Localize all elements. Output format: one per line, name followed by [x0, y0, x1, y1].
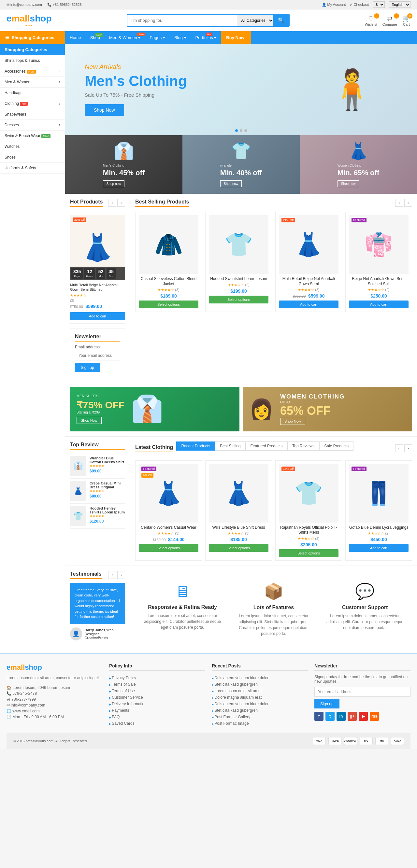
select-options-btn[interactable]: Select options [139, 301, 199, 308]
social-icon-f[interactable]: f [315, 712, 324, 721]
best-selling-prev[interactable]: ‹ [395, 199, 403, 207]
payment-icons: VISAPayPalDISCOVERMCMCAMEX [313, 737, 404, 745]
sidebar-item-accessories[interactable]: Accessories New› [0, 66, 65, 77]
nav-pages[interactable]: Pages ▾ [145, 31, 170, 44]
footer-policy-item[interactable]: Saved Cards [109, 720, 205, 727]
best-selling-header: Best Selling Products ‹ › [135, 199, 412, 207]
sidebar-item-handbags[interactable]: Handbags [0, 88, 65, 98]
nav-shop[interactable]: Shop New [86, 31, 105, 44]
footer-post-item[interactable]: Stet clita kasd gubergren [212, 681, 308, 688]
footer-post-item[interactable]: Lorem ipsum dolor sit amet [212, 688, 308, 694]
sidebar-item-watches[interactable]: Watches [0, 141, 65, 152]
footer-post-item[interactable]: Post Format: Gallery [212, 714, 308, 720]
nav-portfolios[interactable]: Portfolios ▾ Hot [191, 31, 221, 44]
footer-post-item[interactable]: Dolore magna aliquam erat [212, 694, 308, 701]
category-select[interactable]: All Categories [237, 15, 273, 26]
checkout-link[interactable]: ✔ Checkout [350, 3, 369, 7]
footer-post-item[interactable]: Duis autem vel eum iriure dolor [212, 701, 308, 707]
footer-post-item[interactable]: Duis autem vel eum iriure dolor [212, 675, 308, 681]
hero-cta-button[interactable]: Shop Now [85, 104, 124, 116]
product-pricing: $185.00 [209, 537, 268, 542]
select-options-btn[interactable]: Select options [279, 549, 338, 557]
currency-select[interactable]: $ [373, 1, 385, 8]
logo[interactable]: emallshop ~~~ [6, 13, 52, 27]
footer-post-item[interactable]: Post Format: Image [212, 720, 308, 727]
tab-best-selling[interactable]: Best Selling [215, 441, 245, 451]
sidebar-item-swim[interactable]: Swim & Beach Wear Sale [0, 130, 65, 141]
social-icon-gplus[interactable]: g+ [348, 712, 357, 721]
footer-about-text: Lorem ipsum dolor sit amet, consectetur … [6, 675, 102, 720]
nav-blog[interactable]: Blog ▾ [170, 31, 191, 44]
tab-featured-products[interactable]: Featured Products [246, 441, 288, 451]
select-options-btn[interactable]: Select options [139, 544, 199, 552]
footer-policy-item[interactable]: FAQ [109, 714, 205, 720]
add-to-cart-btn[interactable]: Add to cart [349, 544, 409, 552]
hot-products-prev[interactable]: ‹ [108, 199, 116, 207]
hero-dot-1[interactable] [235, 129, 238, 132]
feature-item: 🖥 Responsive & Retina Ready Lorem ipsum … [137, 576, 228, 643]
tab-recent-products[interactable]: Recent Products [176, 441, 215, 451]
hot-product-cart-btn[interactable]: Add to cart [70, 312, 125, 320]
promo-wrangler-btn[interactable]: Shop now [220, 180, 242, 187]
email-info: ✉ info@company.com [6, 3, 42, 7]
tab-sale-products[interactable]: Sale Products [319, 441, 354, 451]
sidebar-item-men-women[interactable]: Men & Women› [0, 77, 65, 88]
testimonials-next[interactable]: › [117, 571, 125, 579]
nav-men-women[interactable]: Men & Women ▾ Sale [105, 31, 145, 44]
cart-action[interactable]: 🛒 0 Cart [403, 14, 411, 26]
categories-toggle[interactable]: ☰ Shopping Categories [0, 31, 65, 44]
men-shirts-btn[interactable]: Shop Now [77, 417, 102, 424]
nav-buy-now[interactable]: Buy Now! [221, 31, 251, 44]
newsletter-email-input[interactable] [75, 351, 120, 361]
sidebar-item-dresses[interactable]: Dresses› [0, 120, 65, 130]
testimonial-author-info: Harry Jones,Web Designer CreativeBrains [85, 628, 125, 640]
product-old-price: $750.00 [293, 294, 306, 298]
social-icon-t[interactable]: t [325, 712, 334, 721]
sidebar-item-uniforms[interactable]: Uniforms & Safety [0, 163, 65, 174]
latest-next[interactable]: › [404, 444, 412, 452]
hero-dot-2[interactable] [240, 129, 242, 132]
my-account-link[interactable]: 👤 My Account [322, 3, 346, 7]
nav-home[interactable]: Home [65, 31, 86, 44]
search-bar: All Categories 🔍 [127, 14, 290, 27]
sidebar-item-shapewears[interactable]: Shapewears [0, 109, 65, 120]
social-icon-▶[interactable]: ▶ [359, 712, 368, 721]
latest-prev[interactable]: ‹ [395, 444, 403, 452]
wishlist-action[interactable]: ♡ 0 Wishlist [365, 14, 377, 26]
newsletter-signup-btn[interactable]: Sign up [75, 363, 100, 372]
hot-products-next[interactable]: › [117, 199, 125, 207]
social-icon-in[interactable]: in [336, 712, 346, 721]
footer-policy-item[interactable]: Customer Service [109, 694, 205, 701]
sidebar-item-shirts[interactable]: Shirts Tops & Tunics [0, 55, 65, 66]
select-options-btn[interactable]: Select options [209, 296, 268, 304]
add-to-cart-btn[interactable]: Add to cart [349, 301, 409, 308]
promo-women-btn[interactable]: Shop now [337, 180, 359, 187]
product-name: Centario Women's Casual Wear [139, 525, 199, 530]
tab-top-reviews[interactable]: Top Reviews [287, 441, 319, 451]
select-options-btn[interactable]: Select options [209, 544, 268, 552]
search-input[interactable] [127, 15, 237, 25]
social-icon-rss[interactable]: rss [370, 712, 379, 721]
add-to-cart-btn[interactable]: Add to cart [279, 301, 338, 308]
footer-newsletter-input[interactable] [315, 687, 411, 697]
language-select[interactable]: English [389, 1, 411, 8]
best-selling-next[interactable]: › [404, 199, 412, 207]
footer-policy-item[interactable]: Terms of Sale [109, 681, 205, 688]
footer-policy-item[interactable]: Terms of Use [109, 688, 205, 694]
women-clothing-btn[interactable]: Shop Now [280, 418, 305, 425]
sidebar-item-clothing[interactable]: Clothing Hot› [0, 98, 65, 109]
review-info: Crepe Casual Mini Dress Original ★★★★☆ $… [90, 481, 125, 501]
footer-policy-item[interactable]: Privacy Policy [109, 675, 205, 681]
search-button[interactable]: 🔍 [273, 14, 289, 26]
review-image: 👗 [70, 481, 86, 501]
testimonials-prev[interactable]: ‹ [108, 571, 116, 579]
footer-newsletter-btn[interactable]: Sign up [315, 699, 339, 709]
product-pricing: $450.00 [349, 537, 409, 542]
promo-men-btn[interactable]: Shop now [103, 180, 124, 187]
footer-post-item[interactable]: Stet clita kasd gubergren [212, 707, 308, 714]
footer-policy-item[interactable]: Delivery Information [109, 701, 205, 707]
footer-policy-item[interactable]: Payments [109, 707, 205, 714]
compare-action[interactable]: ⇄ 0 Compare [383, 14, 397, 26]
hero-dot-3[interactable] [244, 129, 247, 132]
sidebar-item-shoes[interactable]: Shoes [0, 152, 65, 163]
